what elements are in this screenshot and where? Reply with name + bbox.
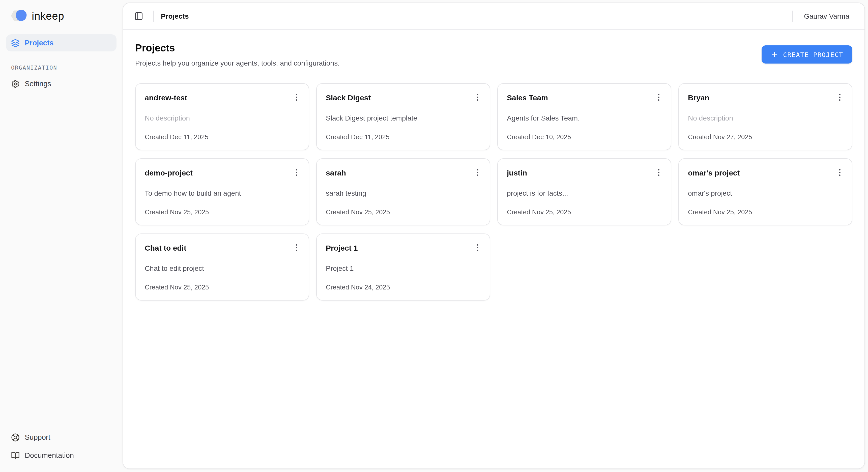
sidebar-spacer	[6, 92, 117, 429]
sidebar-item-label: Documentation	[25, 451, 74, 460]
main-panel: Projects Gaurav Varma Projects Projects …	[123, 2, 865, 469]
project-created-date: Created Nov 25, 2025	[145, 283, 300, 291]
project-description: Chat to edit project	[145, 264, 300, 273]
sidebar-item-projects[interactable]: Projects	[6, 34, 117, 52]
page-title: Projects	[135, 42, 340, 54]
kebab-icon	[654, 167, 664, 178]
project-created-date: Created Dec 10, 2025	[507, 133, 662, 141]
project-card-header: sarah	[326, 168, 480, 179]
sidebar-toggle-button[interactable]	[131, 8, 146, 24]
topbar: Projects Gaurav Varma	[123, 3, 865, 30]
project-name: Slack Digest	[326, 93, 371, 103]
project-description: To demo how to build an agent	[145, 189, 300, 198]
project-menu-button[interactable]	[653, 166, 665, 179]
page-header: Projects Projects help you organize your…	[135, 42, 852, 67]
kebab-icon	[473, 243, 483, 253]
project-name: andrew-test	[145, 93, 187, 103]
topbar-divider	[153, 10, 154, 22]
project-card-header: andrew-test	[145, 93, 300, 103]
project-description: omar's project	[688, 189, 843, 198]
project-name: Bryan	[688, 93, 709, 103]
inkeep-wordmark: inkeep	[32, 10, 64, 21]
project-created-date: Created Nov 25, 2025	[507, 208, 662, 216]
user-menu[interactable]: Gaurav Varma	[804, 12, 849, 20]
project-card[interactable]: Slack Digest Slack Digest project templa…	[316, 83, 490, 150]
kebab-icon	[291, 167, 302, 178]
project-card[interactable]: omar's project omar's project Created No	[678, 158, 852, 225]
book-open-icon	[11, 451, 20, 460]
project-name: Chat to edit	[145, 243, 186, 253]
sidebar-item-label: Projects	[25, 39, 54, 47]
project-card-header: Slack Digest	[326, 93, 480, 103]
project-card[interactable]: Sales Team Agents for Sales Team. Create	[497, 83, 671, 150]
kebab-icon	[291, 92, 302, 102]
app-root: inkeep Projects ORGANIZATION	[0, 0, 868, 472]
project-description: No description	[145, 114, 300, 123]
kebab-icon	[835, 167, 845, 178]
organization-section-label: ORGANIZATION	[11, 65, 112, 71]
project-created-date: Created Nov 24, 2025	[326, 283, 480, 291]
sidebar-item-label: Settings	[25, 80, 51, 88]
project-card-header: omar's project	[688, 168, 843, 179]
kebab-icon	[291, 243, 302, 253]
project-description: Project 1	[326, 264, 480, 273]
project-card[interactable]: andrew-test No description Created Dec 1	[135, 83, 309, 150]
project-menu-button[interactable]	[472, 242, 484, 254]
create-project-button[interactable]: CREATE PROJECT	[761, 45, 852, 64]
project-description: No description	[688, 114, 843, 123]
topbar-right: Gaurav Varma	[792, 10, 849, 22]
project-card-header: demo-project	[145, 168, 300, 179]
project-menu-button[interactable]	[653, 91, 665, 103]
project-description: project is for facts...	[507, 189, 662, 198]
page-header-text: Projects Projects help you organize your…	[135, 42, 340, 67]
project-menu-button[interactable]	[472, 91, 484, 103]
sidebar-item-documentation[interactable]: Documentation	[6, 447, 117, 464]
project-card[interactable]: sarah sarah testing Created Nov 25, 2025	[316, 158, 490, 225]
kebab-icon	[654, 92, 664, 102]
kebab-icon	[473, 167, 483, 178]
project-name: demo-project	[145, 168, 193, 178]
breadcrumb[interactable]: Projects	[161, 12, 189, 20]
sidebar-item-support[interactable]: Support	[6, 429, 117, 446]
project-created-date: Created Nov 25, 2025	[326, 208, 480, 216]
projects-page: Projects Projects help you organize your…	[123, 30, 865, 469]
project-created-date: Created Nov 25, 2025	[145, 208, 300, 216]
project-name: Project 1	[326, 243, 358, 253]
project-card[interactable]: Bryan No description Created Nov 27, 202	[678, 83, 852, 150]
project-created-date: Created Nov 27, 2025	[688, 133, 843, 141]
project-description: sarah testing	[326, 189, 480, 198]
sidebar-item-settings[interactable]: Settings	[6, 75, 117, 92]
project-menu-button[interactable]	[472, 166, 484, 179]
sidebar-item-label: Support	[25, 433, 51, 441]
project-menu-button[interactable]	[290, 242, 303, 254]
plus-icon	[770, 51, 778, 58]
sidebar: inkeep Projects ORGANIZATION	[0, 0, 123, 472]
project-menu-button[interactable]	[834, 91, 846, 103]
sidebar-footer: Support Documentation	[6, 429, 117, 465]
life-buoy-icon	[11, 433, 20, 441]
project-menu-button[interactable]	[290, 91, 303, 103]
project-description: Slack Digest project template	[326, 114, 480, 123]
project-card[interactable]: Project 1 Project 1 Created Nov 24, 2025	[316, 233, 490, 301]
project-menu-button[interactable]	[834, 166, 846, 179]
inkeep-logo: inkeep	[10, 9, 115, 22]
sidebar-nav: Projects	[6, 34, 117, 52]
topbar-divider	[792, 10, 793, 22]
project-card-header: Chat to edit	[145, 243, 300, 254]
kebab-icon	[835, 92, 845, 102]
project-created-date: Created Dec 11, 2025	[145, 133, 300, 141]
projects-grid: andrew-test No description Created Dec 1	[135, 83, 852, 300]
project-name: sarah	[326, 168, 346, 178]
project-created-date: Created Dec 11, 2025	[326, 133, 480, 141]
project-card-header: justin	[507, 168, 662, 179]
project-card-header: Bryan	[688, 93, 843, 103]
project-card[interactable]: justin project is for facts... Created N	[497, 158, 671, 225]
project-card-header: Project 1	[326, 243, 480, 254]
project-menu-button[interactable]	[290, 166, 303, 179]
project-card[interactable]: Chat to edit Chat to edit project Create	[135, 233, 309, 301]
project-card-header: Sales Team	[507, 93, 662, 103]
inkeep-logo-icon	[10, 9, 27, 22]
project-card[interactable]: demo-project To demo how to build an age…	[135, 158, 309, 225]
page-subtitle: Projects help you organize your agents, …	[135, 59, 340, 67]
kebab-icon	[473, 92, 483, 102]
